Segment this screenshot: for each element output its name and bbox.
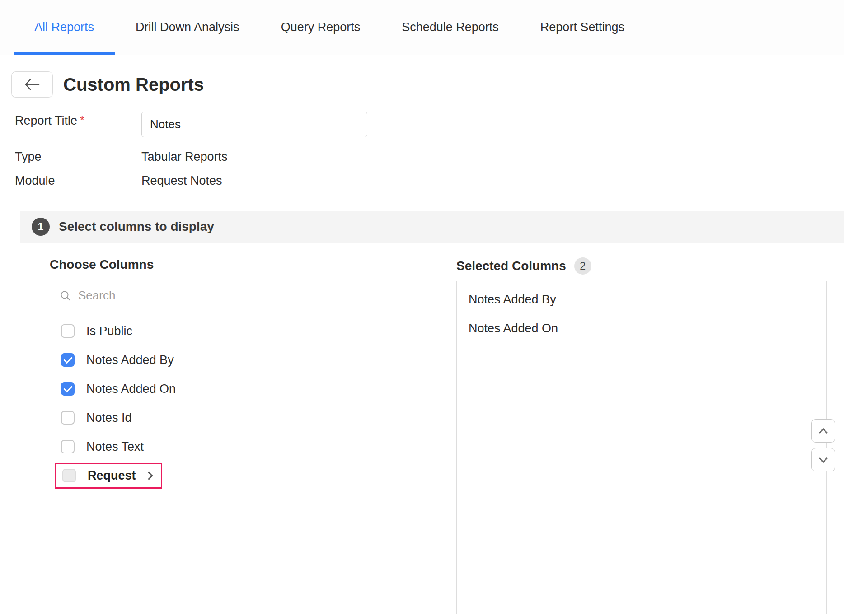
selected-columns-heading: Selected Columns 2 — [456, 257, 591, 275]
tab-schedule-reports[interactable]: Schedule Reports — [381, 0, 520, 55]
option-inner: Is Public — [61, 324, 132, 338]
choose-columns-heading: Choose Columns — [50, 257, 154, 272]
column-option-request[interactable]: Request — [50, 461, 410, 490]
move-down-button[interactable] — [811, 448, 835, 471]
search-input[interactable] — [78, 289, 400, 303]
search-row — [50, 281, 410, 310]
module-value: Request Notes — [141, 174, 222, 188]
report-title-label: Report Title* — [15, 114, 84, 128]
column-option-label: Notes Added On — [86, 382, 176, 396]
back-button[interactable] — [11, 71, 53, 98]
search-icon — [60, 290, 71, 301]
column-option-is-public[interactable]: Is Public — [50, 317, 410, 345]
selected-column-notes-added-on[interactable]: Notes Added On — [457, 314, 826, 343]
type-label: Type — [15, 150, 42, 164]
selected-columns-listbox: Notes Added ByNotes Added On — [456, 281, 827, 614]
option-inner: Notes Added On — [61, 382, 176, 396]
checkbox-unchecked[interactable] — [62, 469, 76, 482]
type-value: Tabular Reports — [141, 150, 228, 164]
choose-columns-listbox: Is PublicNotes Added ByNotes Added OnNot… — [50, 281, 410, 614]
chevron-right-icon[interactable] — [145, 471, 153, 480]
tab-report-settings[interactable]: Report Settings — [520, 0, 645, 55]
selected-column-notes-added-by[interactable]: Notes Added By — [457, 285, 826, 314]
selected-count-badge: 2 — [574, 257, 591, 275]
column-option-label: Notes Id — [86, 411, 132, 425]
report-title-label-text: Report Title — [15, 114, 77, 127]
option-inner: Notes Text — [61, 440, 144, 454]
column-option-notes-added-on[interactable]: Notes Added On — [50, 374, 410, 403]
section-title: Select columns to display — [59, 219, 214, 234]
selected-columns-list: Notes Added ByNotes Added On — [457, 281, 826, 343]
checkbox-unchecked[interactable] — [61, 411, 75, 425]
column-option-label: Is Public — [86, 324, 132, 338]
column-option-notes-text[interactable]: Notes Text — [50, 432, 410, 461]
tab-query-reports[interactable]: Query Reports — [260, 0, 381, 55]
selected-columns-heading-text: Selected Columns — [456, 259, 566, 273]
tab-drill-down-analysis[interactable]: Drill Down Analysis — [115, 0, 260, 55]
chevron-down-icon — [819, 454, 828, 463]
tab-all-reports[interactable]: All Reports — [14, 0, 115, 55]
module-label: Module — [15, 174, 55, 188]
move-up-button[interactable] — [811, 419, 835, 443]
checkbox-unchecked[interactable] — [61, 324, 75, 338]
tab-bar: All ReportsDrill Down AnalysisQuery Repo… — [0, 0, 844, 55]
page-title: Custom Reports — [63, 75, 204, 95]
column-option-label: Request — [88, 469, 136, 483]
step-number-badge: 1 — [32, 218, 50, 236]
checkbox-checked[interactable] — [61, 382, 75, 396]
section-header: 1 Select columns to display — [20, 211, 844, 243]
checkbox-unchecked[interactable] — [61, 440, 75, 453]
highlighted-option-box: Request — [55, 463, 162, 489]
chevron-up-icon — [819, 428, 828, 437]
column-option-notes-id[interactable]: Notes Id — [50, 403, 410, 432]
column-option-notes-added-by[interactable]: Notes Added By — [50, 345, 410, 374]
column-option-label: Notes Added By — [86, 353, 174, 367]
checkbox-checked[interactable] — [61, 353, 75, 367]
column-option-label: Notes Text — [86, 440, 144, 454]
required-asterisk: * — [80, 114, 84, 126]
option-inner: Notes Added By — [61, 353, 174, 367]
option-inner: Notes Id — [61, 411, 132, 425]
arrow-left-icon — [24, 79, 40, 90]
choose-columns-list: Is PublicNotes Added ByNotes Added OnNot… — [50, 310, 410, 490]
report-title-input[interactable] — [141, 112, 367, 137]
